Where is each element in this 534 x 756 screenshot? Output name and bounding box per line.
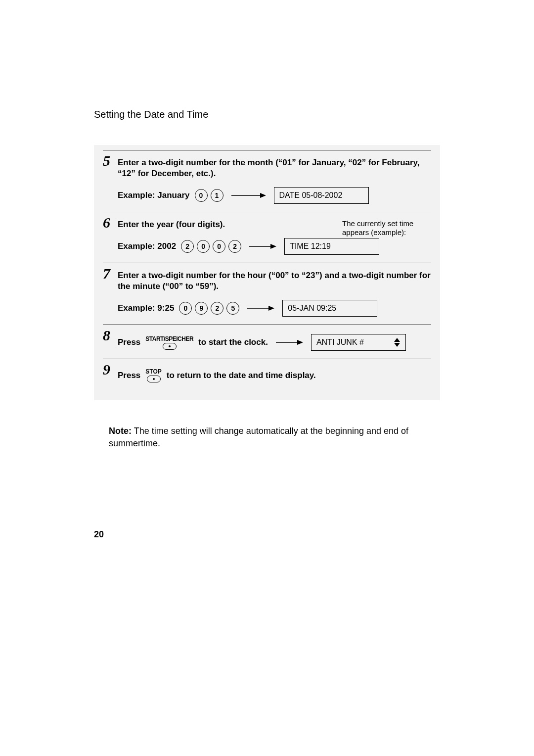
step-8: 8 Press START/SPEICHER to start the cloc… <box>103 325 431 359</box>
step-number: 9 <box>103 361 110 378</box>
keypad-digit: 1 <box>211 189 223 202</box>
svg-marker-8 <box>394 338 400 342</box>
example-label: Example: January <box>118 190 190 200</box>
arrow-icon <box>247 305 274 311</box>
keypad-digit: 0 <box>179 302 192 315</box>
press-text: Press <box>118 337 140 348</box>
example-label: Example: 2002 <box>118 241 176 251</box>
example-label: Example: 9:25 <box>118 303 174 313</box>
svg-marker-3 <box>270 244 276 249</box>
note-text: The time setting will change automatical… <box>109 426 408 448</box>
svg-marker-9 <box>394 343 400 347</box>
footnote: Note: The time setting will change autom… <box>109 425 425 449</box>
svg-marker-7 <box>297 340 303 345</box>
svg-marker-1 <box>260 193 266 198</box>
key-text: STOP <box>145 368 161 375</box>
keypad-digit: 2 <box>211 302 223 315</box>
stop-key: STOP <box>145 368 161 382</box>
svg-marker-5 <box>268 306 274 311</box>
step-number: 7 <box>103 265 110 282</box>
step-9: 9 Press STOP to return to the date and t… <box>103 359 431 390</box>
up-down-icon <box>394 338 400 347</box>
note-label: Note: <box>109 426 132 436</box>
arrow-icon <box>249 243 276 249</box>
press-text: Press <box>118 370 140 381</box>
lcd-text: TIME 12:19 <box>290 242 331 251</box>
page-number: 20 <box>94 529 104 540</box>
lcd-display: 05-JAN 09:25 <box>282 300 377 317</box>
step-number: 5 <box>103 152 110 169</box>
keypad-digit: 0 <box>213 240 225 253</box>
step-number: 6 <box>103 214 110 231</box>
lcd-text: 05-JAN 09:25 <box>288 304 336 313</box>
lcd-display: ANTI JUNK # <box>311 334 406 351</box>
keypad-digit: 2 <box>181 240 194 253</box>
arrow-icon <box>276 339 303 345</box>
step-6: 6 Enter the year (four digits). The curr… <box>103 212 431 263</box>
lcd-text: ANTI JUNK # <box>316 338 364 347</box>
lcd-display: TIME 12:19 <box>284 238 379 255</box>
key-oval-icon <box>163 343 177 350</box>
arrow-icon <box>231 192 266 198</box>
after-text: to return to the date and time display. <box>167 370 316 381</box>
key-text: START/SPEICHER <box>145 335 193 342</box>
start-speicher-key: START/SPEICHER <box>145 335 193 350</box>
keypad-digit: 9 <box>195 302 208 315</box>
manual-page: Setting the Date and Time 5 Enter a two-… <box>94 109 440 449</box>
step-number: 8 <box>103 327 110 344</box>
key-oval-icon <box>147 376 161 382</box>
keypad-digit: 0 <box>197 240 210 253</box>
keypad-digit: 2 <box>228 240 241 253</box>
step-7: 7 Enter a two-digit number for the hour … <box>103 263 431 325</box>
lcd-display: DATE 05-08-2002 <box>274 187 369 204</box>
step-instruction: Enter a two-digit number for the month (… <box>118 157 431 179</box>
side-note: The currently set time appears (example)… <box>342 219 431 237</box>
keypad-digit: 5 <box>226 302 239 315</box>
lcd-text: DATE 05-08-2002 <box>279 191 343 200</box>
keypad-digit: 0 <box>195 189 208 202</box>
after-text: to start the clock. <box>198 337 268 348</box>
page-title: Setting the Date and Time <box>94 109 440 120</box>
step-5: 5 Enter a two-digit number for the month… <box>103 150 431 212</box>
steps-box: 5 Enter a two-digit number for the month… <box>94 145 440 400</box>
step-instruction: Enter a two-digit number for the hour (“… <box>118 270 431 292</box>
